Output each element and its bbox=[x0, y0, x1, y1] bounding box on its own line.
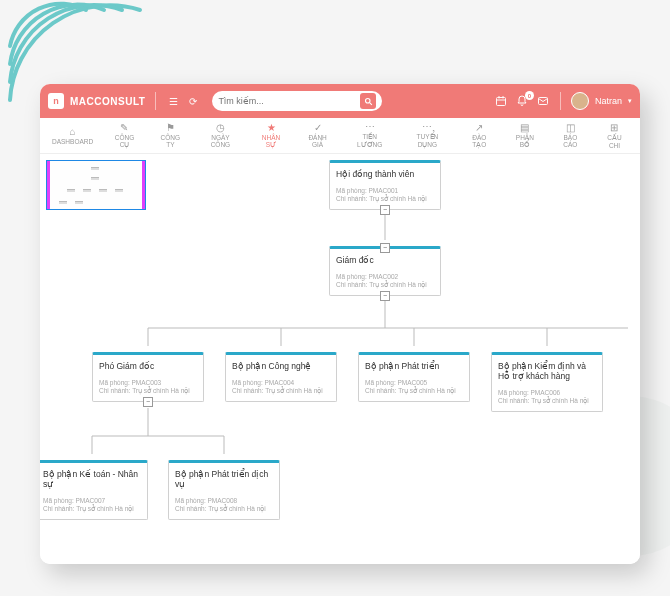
username: Natran bbox=[595, 96, 622, 106]
nav-training[interactable]: ↗ĐÀO TẠO bbox=[459, 121, 500, 151]
app-name: MACCONSULT bbox=[70, 96, 145, 107]
nav-dashboard[interactable]: ⌂DASHBOARD bbox=[46, 125, 99, 147]
org-node[interactable]: Bộ phận Kiểm định và Hỗ trợ khách hàng M… bbox=[491, 352, 603, 412]
refresh-icon[interactable]: ⟳ bbox=[186, 96, 200, 107]
search-input[interactable] bbox=[218, 96, 360, 106]
org-node[interactable]: − Giám đốc Mã phòng: PMAC002 Chi nhánh: … bbox=[329, 246, 441, 296]
nav-config[interactable]: ⊞CẤU CHI bbox=[595, 121, 634, 151]
svg-rect-2 bbox=[496, 98, 505, 106]
logo-icon: n bbox=[48, 93, 64, 109]
nav-timesheet[interactable]: ◷NGÀY CÔNG bbox=[195, 121, 246, 150]
org-node[interactable]: Phó Giám đốc Mã phòng: PMAC003 Chi nhánh… bbox=[92, 352, 204, 402]
collapse-icon[interactable]: − bbox=[380, 243, 390, 253]
svg-line-1 bbox=[370, 102, 372, 104]
search-box[interactable] bbox=[212, 91, 382, 111]
nav-review[interactable]: ✓ĐÁNH GIÁ bbox=[296, 121, 339, 150]
topbar: n MACCONSULT ☰ ⟳ 0 Natran ▾ bbox=[40, 84, 640, 118]
org-node[interactable]: Bộ phận Công nghệ Mã phòng: PMAC004 Chi … bbox=[225, 352, 337, 402]
avatar[interactable] bbox=[571, 92, 589, 110]
app-window: n MACCONSULT ☰ ⟳ 0 Natran ▾ ⌂DASHBOARD ✎… bbox=[40, 84, 640, 564]
org-node[interactable]: Bộ phận Phát triển Mã phòng: PMAC005 Chi… bbox=[358, 352, 470, 402]
nav-allocation[interactable]: ▤PHÂN BỔ bbox=[504, 121, 546, 151]
nav-report[interactable]: ◫BÁO CÁO bbox=[550, 121, 591, 150]
org-node[interactable]: Bộ phận Phát triển dịch vụ Mã phòng: PMA… bbox=[168, 460, 280, 520]
content-area[interactable]: Hội đồng thành viên Mã phòng: PMAC001 Ch… bbox=[40, 154, 640, 564]
collapse-icon[interactable]: − bbox=[380, 205, 390, 215]
main-nav: ⌂DASHBOARD ✎CÔNG CỤ ⚑CÔNG TY ◷NGÀY CÔNG … bbox=[40, 118, 640, 154]
nav-recruit[interactable]: ⋯TUYỂN DỤNG bbox=[400, 120, 454, 151]
nav-tools[interactable]: ✎CÔNG CỤ bbox=[103, 121, 146, 151]
svg-point-0 bbox=[365, 98, 370, 103]
menu-icon[interactable]: ☰ bbox=[166, 96, 180, 107]
nav-salary[interactable]: ⋯TIỀN LƯƠNG bbox=[343, 120, 396, 151]
notification-bell[interactable]: 0 bbox=[514, 95, 530, 107]
calendar-icon[interactable] bbox=[494, 95, 508, 107]
search-button[interactable] bbox=[360, 93, 376, 109]
collapse-icon[interactable]: − bbox=[143, 397, 153, 407]
mail-icon[interactable] bbox=[536, 95, 550, 107]
org-node[interactable]: Hội đồng thành viên Mã phòng: PMAC001 Ch… bbox=[329, 160, 441, 210]
notif-badge: 0 bbox=[525, 91, 534, 100]
user-menu-caret-icon[interactable]: ▾ bbox=[628, 97, 632, 105]
org-node[interactable]: Bộ phận Kế toán - Nhân sự Mã phòng: PMAC… bbox=[40, 460, 148, 520]
nav-hr[interactable]: ★NHÂN SỰ bbox=[250, 121, 292, 151]
org-tree[interactable]: Hội đồng thành viên Mã phòng: PMAC001 Ch… bbox=[40, 154, 640, 564]
collapse-icon[interactable]: − bbox=[380, 291, 390, 301]
nav-company[interactable]: ⚑CÔNG TY bbox=[150, 121, 191, 150]
